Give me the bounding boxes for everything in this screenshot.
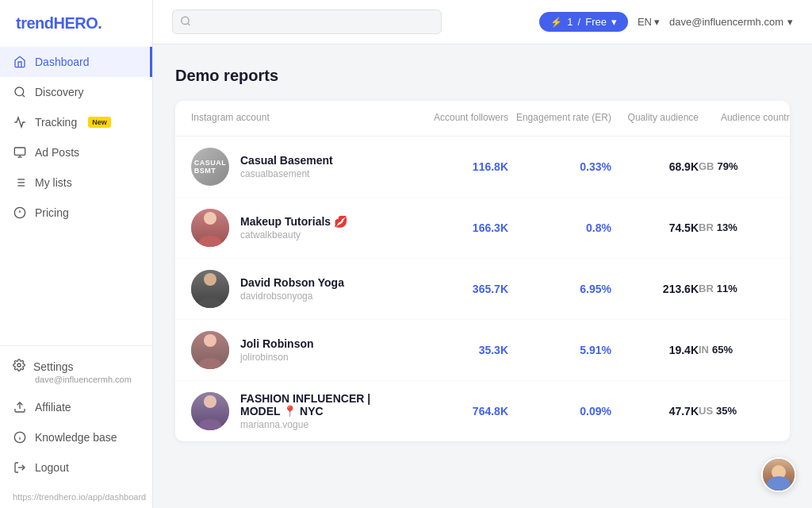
col-header-country: Audience country (likers) [699, 112, 790, 125]
ad-icon [13, 145, 27, 160]
sidebar-item-knowledge-base[interactable]: Knowledge base [0, 422, 152, 452]
influencer-cell: Makeup Tutorials 💋 catwalkbeauty [191, 209, 413, 247]
gear-icon [13, 359, 25, 374]
svg-line-1 [22, 94, 25, 97]
influencer-cell: CASUALBSMT Casual Basement casualbasemen… [191, 148, 413, 186]
er-value: 0.09% [508, 405, 611, 418]
page-title: Demo reports [175, 67, 790, 85]
country-pct: 65% [712, 344, 733, 356]
sidebar-item-label: Ad Posts [35, 146, 79, 159]
logout-icon [13, 460, 27, 475]
country-code: BR [699, 283, 714, 294]
followers-value: 116.8K [413, 160, 508, 173]
demo-reports-table: Instagram account Account followers Enga… [175, 101, 790, 441]
home-icon [13, 55, 27, 69]
influencer-handle: jolirobinson [240, 352, 314, 363]
followers-value: 365.7K [413, 283, 508, 295]
er-value: 6.95% [508, 283, 611, 295]
er-value: 0.33% [508, 160, 611, 173]
influencer-handle: davidrobsonyoga [240, 291, 344, 302]
user-dropdown-icon: ▾ [787, 16, 793, 28]
sidebar-item-dashboard[interactable]: Dashboard [0, 47, 152, 77]
settings-email: dave@influencermh.com [13, 375, 140, 384]
sidebar-item-label: Logout [35, 461, 69, 474]
sidebar-item-label: Discovery [35, 86, 83, 98]
sidebar-item-affiliate[interactable]: Affiliate [0, 392, 152, 422]
quality-value: 47.7K [611, 405, 699, 418]
country-code: US [699, 405, 713, 417]
user-menu[interactable]: dave@influencermh.com ▾ [669, 16, 793, 28]
avatar [191, 331, 229, 369]
svg-point-14 [17, 364, 21, 367]
audience-country-cell: BR 11% [699, 283, 790, 294]
influencer-cell: FASHION INFLUENCER | MODEL 📍 NYC mariann… [191, 392, 413, 430]
svg-line-21 [188, 23, 190, 25]
sidebar-item-my-lists[interactable]: My lists [0, 167, 152, 198]
sidebar-item-logout[interactable]: Logout [0, 452, 152, 483]
avatar [191, 392, 229, 430]
quality-value: 19.4K [611, 344, 699, 356]
influencer-cell: David Robson Yoga davidrobsonyoga [191, 270, 413, 308]
er-value: 5.91% [508, 344, 611, 356]
search-circle-icon [13, 85, 27, 99]
lang-dropdown-icon: ▾ [654, 16, 660, 28]
dollar-icon [13, 206, 27, 220]
corner-avatar[interactable] [761, 457, 796, 492]
sidebar-item-label: Tracking [35, 116, 77, 129]
table-row: FASHION INFLUENCER | MODEL 📍 NYC mariann… [175, 381, 790, 441]
sidebar-item-discovery[interactable]: Discovery [0, 77, 152, 107]
audience-country-cell: US 35% [699, 405, 790, 417]
search-icon [180, 15, 191, 29]
influencer-cell: Joli Robinson jolirobinson [191, 331, 413, 369]
influencer-name: FASHION INFLUENCER | MODEL 📍 NYC [240, 392, 413, 418]
page-content: Demo reports Instagram account Account f… [153, 44, 812, 508]
plan-badge[interactable]: ⚡ 1 / Free ▾ [539, 12, 628, 32]
sidebar-item-ad-posts[interactable]: Ad Posts [0, 137, 152, 167]
plan-divider: / [578, 16, 581, 28]
svg-rect-2 [14, 148, 25, 155]
logo-text-accent: HERO. [54, 14, 102, 32]
search-wrapper [172, 10, 442, 34]
lang-label: EN [638, 16, 652, 28]
logo-text-bold: trend [16, 14, 54, 32]
influencer-handle: catwalkbeauty [240, 229, 347, 241]
sidebar-bottom: Settings dave@influencermh.com Affiliate… [0, 345, 152, 489]
search-input[interactable] [172, 10, 442, 34]
influencer-emoji: 💋 [334, 215, 347, 228]
sidebar-item-label: Knowledge base [35, 431, 117, 444]
er-value: 0.8% [508, 221, 611, 234]
lang-selector[interactable]: EN ▾ [638, 16, 660, 28]
plan-count: 1 [567, 16, 573, 28]
country-pct: 11% [717, 283, 737, 294]
table-row: Joli Robinson jolirobinson 35.3K 5.91% 1… [175, 320, 790, 381]
sidebar-nav: Dashboard Discovery Tracking New Ad Post… [0, 44, 152, 345]
followers-value: 35.3K [413, 344, 508, 356]
followers-value: 166.3K [413, 221, 508, 234]
sidebar-item-pricing[interactable]: Pricing [0, 198, 152, 228]
table-row: Makeup Tutorials 💋 catwalkbeauty 166.3K … [175, 198, 790, 259]
audience-country-cell: GB 79% [699, 160, 790, 172]
table-row: David Robson Yoga davidrobsonyoga 365.7K… [175, 259, 790, 320]
col-header-er: Engagement rate (ER) [508, 112, 611, 125]
influencer-handle: casualbasement [240, 168, 333, 179]
list-icon [13, 175, 27, 190]
audience-country-cell: IN 65% [699, 344, 790, 356]
influencer-name: David Robson Yoga [240, 276, 344, 289]
svg-point-20 [182, 17, 189, 24]
audience-country-cell: BR 13% [699, 221, 790, 233]
sidebar-item-settings[interactable]: Settings dave@influencermh.com [0, 352, 152, 392]
upload-icon [13, 400, 27, 414]
main-content: ⚡ 1 / Free ▾ EN ▾ dave@influencermh.com … [153, 0, 812, 508]
sidebar-item-label: My lists [35, 176, 72, 189]
info-icon [13, 430, 27, 444]
col-header-quality: Quality audience [611, 112, 699, 125]
avatar [191, 270, 229, 308]
top-header: ⚡ 1 / Free ▾ EN ▾ dave@influencermh.com … [153, 0, 812, 44]
col-header-followers: Account followers [413, 112, 508, 125]
quality-value: 74.5K [611, 221, 699, 234]
svg-point-0 [15, 87, 24, 96]
url-status-bar: https://trendhero.io/app/dashboard [0, 489, 152, 508]
sidebar-item-tracking[interactable]: Tracking New [0, 107, 152, 137]
country-code: GB [699, 160, 714, 172]
avatar [191, 209, 229, 247]
